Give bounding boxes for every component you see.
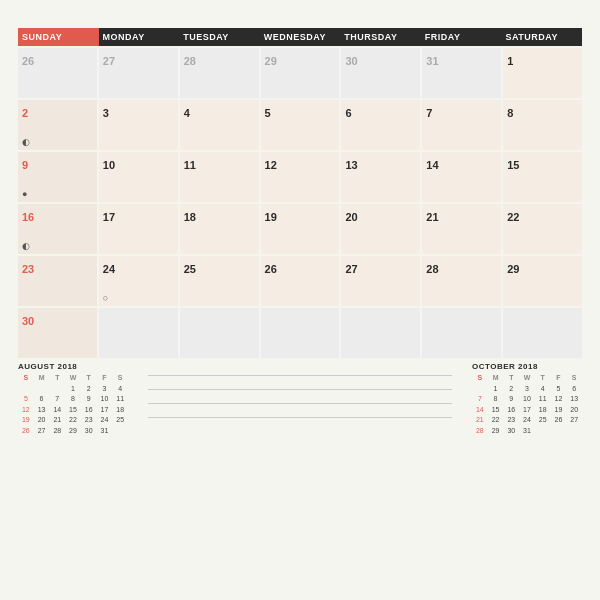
mini-cell <box>34 384 50 395</box>
day-cell-24: 24○ <box>99 256 178 306</box>
day-cell-29: 29 <box>503 256 582 306</box>
notes-lines <box>128 362 472 418</box>
day-cell-empty <box>180 308 259 358</box>
mini-cell: 14 <box>472 405 488 416</box>
mini-cell: 30 <box>503 426 519 437</box>
mini-cell <box>551 426 567 437</box>
mini-cell: 16 <box>503 405 519 416</box>
day-cell-empty <box>261 308 340 358</box>
day-cell-21: 21 <box>422 204 501 254</box>
day-cell-8: 8 <box>503 100 582 150</box>
mini-header: F <box>551 373 567 384</box>
day-cell-empty <box>341 308 420 358</box>
calendar-grid: 26272829303112◐3456789●10111213141516◐17… <box>18 48 582 358</box>
day-number: 30 <box>345 55 357 67</box>
mini-header: S <box>566 373 582 384</box>
day-cell-16: 16◐ <box>18 204 97 254</box>
mini-cal-october-grid: SMTWTFS123456789101112131415161718192021… <box>472 373 582 436</box>
day-cell-4: 4 <box>180 100 259 150</box>
day-cell-empty <box>99 308 178 358</box>
mini-cal-october-title: OCTOBER 2018 <box>472 362 582 371</box>
mini-header: T <box>81 373 97 384</box>
mini-cell: 28 <box>472 426 488 437</box>
day-cell-15: 15 <box>503 152 582 202</box>
day-number: 23 <box>22 263 34 275</box>
mini-cell: 30 <box>81 426 97 437</box>
day-number: 7 <box>426 107 432 119</box>
day-number: 16 <box>22 211 34 223</box>
day-cell-20: 20 <box>341 204 420 254</box>
bottom-section: AUGUST 2018 SMTWTFS123456789101112131415… <box>18 362 582 432</box>
mini-cell: 27 <box>566 415 582 426</box>
day-cell-18: 18 <box>180 204 259 254</box>
mini-cell: 29 <box>488 426 504 437</box>
day-number: 29 <box>507 263 519 275</box>
mini-cell: 26 <box>551 415 567 426</box>
mini-cell: 25 <box>535 415 551 426</box>
mini-cell: 8 <box>65 394 81 405</box>
mini-cell: 19 <box>18 415 34 426</box>
mini-cell: 12 <box>551 394 567 405</box>
day-number: 27 <box>345 263 357 275</box>
day-number: 11 <box>184 159 196 171</box>
day-number: 28 <box>184 55 196 67</box>
mini-cell: 25 <box>112 415 128 426</box>
mini-cell: 21 <box>49 415 65 426</box>
day-number: 26 <box>265 263 277 275</box>
mini-cell: 12 <box>18 405 34 416</box>
mini-cell: 13 <box>34 405 50 416</box>
day-header-monday: MONDAY <box>99 28 180 46</box>
day-cell-29: 29 <box>261 48 340 98</box>
mini-cell: 5 <box>18 394 34 405</box>
mini-cell: 16 <box>81 405 97 416</box>
day-cell-30: 30 <box>18 308 97 358</box>
moon-icon: ◐ <box>22 241 30 251</box>
mini-header: M <box>34 373 50 384</box>
note-line-4 <box>148 404 452 418</box>
day-number: 1 <box>507 55 513 67</box>
day-cell-28: 28 <box>422 256 501 306</box>
mini-cell: 10 <box>97 394 113 405</box>
day-number: 17 <box>103 211 115 223</box>
mini-header: W <box>65 373 81 384</box>
note-line-3 <box>148 390 452 404</box>
day-cell-9: 9● <box>18 152 97 202</box>
mini-cell: 21 <box>472 415 488 426</box>
day-number: 27 <box>103 55 115 67</box>
day-cell-28: 28 <box>180 48 259 98</box>
day-header-sunday: SUNDAY <box>18 28 99 46</box>
mini-cell: 7 <box>49 394 65 405</box>
day-number: 31 <box>426 55 438 67</box>
day-number: 21 <box>426 211 438 223</box>
mini-cell <box>18 384 34 395</box>
mini-cell: 13 <box>566 394 582 405</box>
mini-header: S <box>472 373 488 384</box>
mini-cell <box>535 426 551 437</box>
mini-cell <box>112 426 128 437</box>
mini-cell: 28 <box>49 426 65 437</box>
mini-cell <box>566 426 582 437</box>
mini-cell: 31 <box>97 426 113 437</box>
mini-cell: 17 <box>519 405 535 416</box>
day-cell-3: 3 <box>99 100 178 150</box>
note-line-1 <box>148 362 452 376</box>
day-cell-27: 27 <box>99 48 178 98</box>
day-cell-14: 14 <box>422 152 501 202</box>
day-number: 29 <box>265 55 277 67</box>
mini-cell: 17 <box>97 405 113 416</box>
day-cell-23: 23 <box>18 256 97 306</box>
day-number: 8 <box>507 107 513 119</box>
day-number: 13 <box>345 159 357 171</box>
mini-cell: 20 <box>34 415 50 426</box>
mini-cell: 1 <box>65 384 81 395</box>
mini-cell: 6 <box>566 384 582 395</box>
day-cell-22: 22 <box>503 204 582 254</box>
day-header-saturday: SATURDAY <box>501 28 582 46</box>
mini-cell: 15 <box>65 405 81 416</box>
mini-cell: 19 <box>551 405 567 416</box>
day-number: 28 <box>426 263 438 275</box>
mini-cell: 20 <box>566 405 582 416</box>
mini-cell: 29 <box>65 426 81 437</box>
mini-cell: 27 <box>34 426 50 437</box>
day-number: 15 <box>507 159 519 171</box>
